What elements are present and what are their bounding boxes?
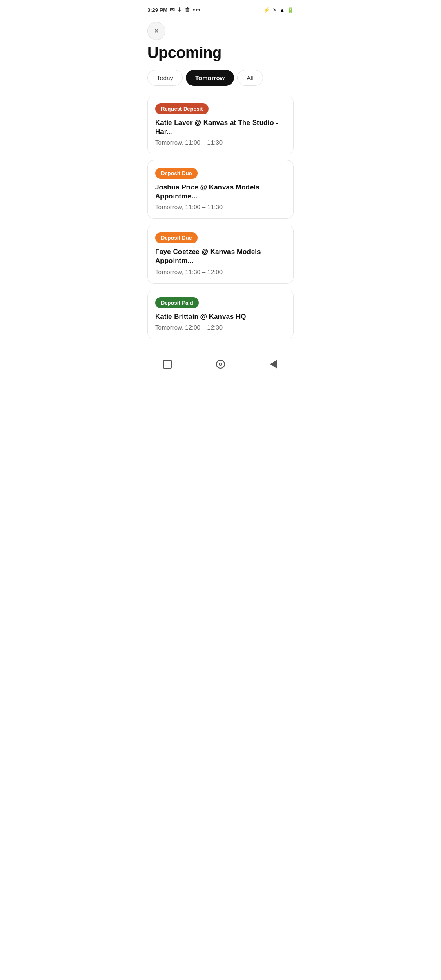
status-right-icons: ⚡ ✕ ▲ 🔋	[263, 7, 294, 13]
status-bar: 3:29 PM ✉ ⬇ 🗑 ••• ⚡ ✕ ▲ 🔋	[141, 0, 300, 18]
appointment-card[interactable]: Deposit Paid Katie Brittain @ Kanvas HQ …	[147, 290, 294, 339]
status-time: 3:29 PM ✉ ⬇ 🗑 •••	[147, 7, 201, 13]
bottom-nav	[141, 352, 300, 380]
appointment-title: Katie Brittain @ Kanvas HQ	[155, 312, 286, 321]
bluetooth-icon: ⚡	[263, 7, 270, 13]
appointment-time: Tomorrow, 11:30 – 12:00	[155, 268, 286, 275]
appointment-title: Faye Coetzee @ Kanvas Models Appointm...	[155, 247, 286, 265]
appointment-time: Tomorrow, 11:00 – 11:30	[155, 203, 286, 210]
battery-icon: 🔋	[287, 7, 294, 13]
more-icon: •••	[193, 7, 201, 13]
square-icon	[163, 360, 172, 369]
circle-icon	[216, 360, 225, 369]
signal-icon: ✕	[272, 7, 277, 13]
filter-tabs: Today Tomorrow All	[141, 70, 300, 96]
appointments-list: Request Deposit Katie Laver @ Kanvas at …	[141, 96, 300, 339]
nav-back-button[interactable]	[268, 359, 279, 370]
close-button[interactable]: ×	[147, 22, 165, 40]
status-badge: Deposit Due	[155, 232, 198, 243]
wifi-icon: ▲	[279, 7, 285, 13]
download-icon: ⬇	[177, 7, 182, 13]
mail-icon: ✉	[170, 7, 175, 13]
appointment-card[interactable]: Request Deposit Katie Laver @ Kanvas at …	[147, 96, 294, 154]
trash-icon: 🗑	[185, 7, 190, 13]
appointment-card[interactable]: Deposit Due Joshua Price @ Kanvas Models…	[147, 160, 294, 219]
appointment-time: Tomorrow, 12:00 – 12:30	[155, 324, 286, 331]
nav-home-button[interactable]	[215, 359, 226, 370]
page-title: Upcoming	[141, 44, 300, 70]
appointment-card[interactable]: Deposit Due Faye Coetzee @ Kanvas Models…	[147, 225, 294, 283]
status-badge: Deposit Due	[155, 168, 198, 179]
tab-all[interactable]: All	[237, 70, 263, 86]
circle-inner	[219, 363, 222, 366]
status-badge: Request Deposit	[155, 103, 209, 114]
appointment-time: Tomorrow, 11:00 – 11:30	[155, 139, 286, 146]
appointment-title: Katie Laver @ Kanvas at The Studio - Har…	[155, 118, 286, 136]
tab-tomorrow[interactable]: Tomorrow	[186, 70, 234, 86]
nav-square-button[interactable]	[162, 359, 173, 370]
triangle-icon	[270, 360, 277, 369]
status-badge: Deposit Paid	[155, 297, 199, 308]
tab-today[interactable]: Today	[147, 70, 183, 86]
appointment-title: Joshua Price @ Kanvas Models Appointme..…	[155, 183, 286, 201]
